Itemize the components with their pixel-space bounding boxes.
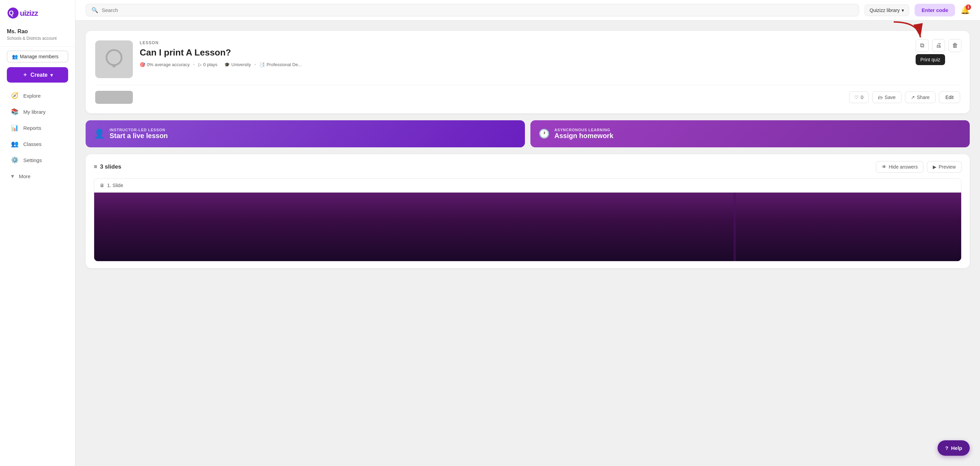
plays-value: 0 plays [204,62,218,67]
logo-svg: Q uizizz [7,7,51,19]
content-area: ⧉ 🖨 Print quiz [75,21,980,466]
preview-button[interactable]: ▶ Preview [927,161,961,173]
library-dropdown[interactable]: Quizizz library ▾ [865,5,910,16]
live-sub-label: INSTRUCTOR-LED LESSON [110,128,168,132]
subject-value: Professional De... [266,62,302,67]
svg-point-5 [112,64,116,67]
grade-value: University [231,62,251,67]
classes-icon: 👥 [11,140,19,148]
chevron-down-icon: ▾ [50,72,53,78]
accuracy-value: 0% average accuracy [147,62,190,67]
hide-answers-button[interactable]: 👁 Hide answers [876,161,923,173]
homework-banner[interactable]: 🕐 ASYNCRONOUS LEARNING Assign homework [530,120,970,147]
slide-item-1: 🖥 1. Slide [94,178,961,262]
share-button[interactable]: ↗ Share [905,91,935,103]
slides-header: ≡ 3 slides 👁 Hide answers ▶ Preview [94,161,961,173]
print-button[interactable]: 🖨 [932,39,945,52]
slides-controls: 👁 Hide answers ▶ Preview [876,161,961,173]
slides-section: ≡ 3 slides 👁 Hide answers ▶ Preview [86,154,970,268]
slide-monitor-icon: 🖥 [100,183,105,188]
share-label: Share [917,94,930,100]
live-text: INSTRUCTOR-LED LESSON Start a live lesso… [110,128,168,140]
print-icon: 🖨 [936,42,942,49]
user-account: Schools & Districts account [7,36,68,41]
manage-members-button[interactable]: 👥 Manage members [7,51,68,62]
target-icon: 🎯 [140,62,145,67]
quizizz-logo: Q uizizz [7,11,51,21]
enter-code-label: Enter code [921,7,948,13]
slide-1-label: 1. Slide [107,183,123,188]
sidebar-item-classes[interactable]: 👥 Classes [3,136,72,152]
gear-icon: ⚙️ [11,156,19,164]
slides-count: ≡ 3 slides [94,163,121,170]
user-section: Ms. Rao Schools & Districts account [0,29,75,46]
meta-separator-2: • [255,62,256,67]
trash-icon: 🗑 [952,42,958,49]
notification-badge: 1 [966,5,971,10]
help-button[interactable]: ? Help [937,440,970,456]
hw-sub-label: ASYNCRONOUS LEARNING [554,128,613,132]
subject-meta: 📑 Professional De... [259,62,302,67]
live-icon: 👤 [94,129,105,139]
share-icon: ↗ [911,94,915,100]
accuracy-meta: 🎯 0% average accuracy [140,62,190,67]
sidebar-item-label: Reports [23,125,41,131]
delete-button[interactable]: 🗑 [948,39,961,52]
reports-icon: 📊 [11,124,19,132]
hw-main-label: Assign homework [554,132,613,140]
sidebar-item-label: More [19,173,30,179]
create-label: Create [30,72,48,78]
notification-button[interactable]: 🔔 1 [961,6,970,15]
search-input[interactable] [102,7,853,13]
save-button[interactable]: 🗁 Save [872,91,902,103]
library-icon: 📚 [11,108,19,115]
lesson-type-label: LESSON [140,40,960,45]
svg-text:Q: Q [9,10,14,16]
search-icon: 🔍 [91,7,98,13]
card-bottom-actions: ♡ 0 🗁 Save ↗ Share Edit [849,91,960,103]
live-lesson-banner[interactable]: 👤 INSTRUCTOR-LED LESSON Start a live les… [86,120,525,147]
dropdown-chevron-icon: ▾ [902,8,904,13]
copy-icon: ⧉ [920,42,924,49]
lesson-card: ⧉ 🖨 Print quiz [86,31,970,113]
sidebar-item-my-library[interactable]: 📚 My library [3,104,72,120]
slides-icon: ≡ [94,163,97,170]
slide-label: 🖥 1. Slide [94,179,961,193]
slide-preview-svg [94,193,961,261]
save-icon: 🗁 [878,94,883,100]
svg-rect-6 [94,193,961,261]
enter-code-button[interactable]: Enter code [915,4,955,16]
create-button[interactable]: ＋ Create ▾ [7,67,68,83]
sidebar-item-reports[interactable]: 📊 Reports [3,120,72,136]
sidebar-item-more[interactable]: ▾ More [3,168,72,184]
edit-label: Edit [945,94,954,100]
copy-button[interactable]: ⧉ [916,39,929,52]
plus-icon: ＋ [22,71,28,78]
clock-icon: 🕐 [539,129,550,139]
search-bar[interactable]: 🔍 [86,4,859,16]
sidebar-item-settings[interactable]: ⚙️ Settings [3,152,72,168]
lesson-title: Can I print A Lesson? [140,47,960,58]
sidebar-item-explore[interactable]: 🧭 Explore [3,88,72,104]
sidebar-item-label: Classes [23,141,41,147]
card-top-section: LESSON Can I print A Lesson? 🎯 0% averag… [95,40,960,78]
main-area: 🔍 Quizizz library ▾ Enter code 🔔 1 ⧉ [75,0,980,466]
meta-separator: • [193,62,195,67]
subject-icon: 📑 [259,62,265,67]
card-bottom-section: ♡ 0 🗁 Save ↗ Share Edit [95,85,960,104]
save-label: Save [885,94,896,100]
edit-button[interactable]: Edit [939,91,960,103]
like-button[interactable]: ♡ 0 [849,91,869,103]
card-top-actions: ⧉ 🖨 Print quiz [916,39,961,52]
live-main-label: Start a live lesson [110,132,168,140]
hide-icon: 👁 [882,164,886,170]
lesson-meta: 🎯 0% average accuracy • ▷ 0 plays 🎓 Univ… [140,62,960,67]
play-icon: ▶ [933,164,937,170]
people-icon: 👥 [12,54,18,59]
compass-icon: 🧭 [11,92,19,99]
grade-meta: 🎓 University [224,62,251,67]
sidebar: Q uizizz Ms. Rao Schools & Districts acc… [0,0,75,466]
slides-count-label: 3 slides [100,163,121,170]
action-banners: 👤 INSTRUCTOR-LED LESSON Start a live les… [86,120,970,147]
help-label: Help [951,445,962,451]
